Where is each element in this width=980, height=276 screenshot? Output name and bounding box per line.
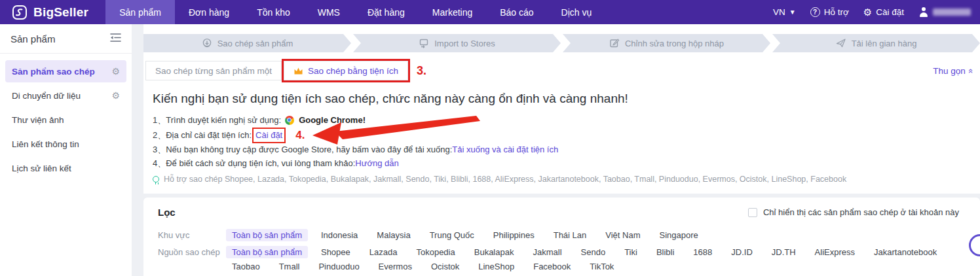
tabs-row: Sao chép từng sản phẩm một Sao chép bằng… — [145, 61, 973, 80]
sidebar-item[interactable]: Sản phẩm sao chép ⚙ — [5, 60, 126, 82]
source-option[interactable]: Evermos — [373, 260, 418, 273]
tab-copy-by-extension[interactable]: Sao chép bằng tiện ích — [284, 61, 408, 80]
account-only-label: Chỉ hiển thị các sản phẩm sao chép ở tài… — [763, 207, 959, 217]
line1-text: 1、Trình duyệt kiến nghị sử dụng: — [153, 114, 281, 128]
region-option[interactable]: Trung Quốc — [424, 229, 480, 241]
account-only-checkbox[interactable] — [748, 208, 757, 217]
region-options: Toàn bộ sản phẩmIndonesiaMalaysiaTrung Q… — [226, 229, 704, 241]
extension-crown-icon — [293, 67, 303, 75]
nav-item-label: Đặt hàng — [368, 7, 405, 18]
filter-panel: Lọc Chỉ hiển thị các sản phẩm sao chép ở… — [143, 198, 980, 276]
download-extension-link[interactable]: Tải xuống và cài đặt tiện ích — [452, 143, 558, 157]
intro-line-1: 1、Trình duyệt kiến nghị sử dụng: Google … — [153, 114, 980, 128]
gear-icon[interactable]: ⚙ — [111, 90, 120, 101]
main-content: Sao chép sản phẩm Import to Stores Chỉnh… — [143, 24, 980, 276]
source-option[interactable]: Taobao — [226, 260, 266, 273]
step-import-stores[interactable]: Import to Stores — [353, 34, 561, 52]
edit-draft-icon — [609, 38, 620, 48]
region-option[interactable]: Malaysia — [371, 229, 416, 241]
annotation-step-4: 4. — [295, 129, 305, 143]
source-option[interactable]: JD.ID — [725, 246, 759, 258]
gear-icon[interactable]: ⚙ — [111, 66, 120, 77]
account-only-checkbox-row: Chỉ hiển thị các sản phẩm sao chép ở tài… — [748, 207, 959, 217]
step-upload-store[interactable]: Tải lên gian hàng — [772, 34, 980, 52]
source-filter-label: Nguồn sao chép — [158, 246, 226, 257]
step-label: Sao chép sản phẩm — [217, 39, 293, 48]
source-option[interactable]: Pinduoduo — [312, 260, 365, 273]
sidebar-item-label: Lịch sử liên kết — [12, 164, 71, 173]
source-option[interactable]: Shopee — [315, 246, 356, 258]
nav-item[interactable]: Đơn hàng — [175, 0, 243, 24]
source-option[interactable]: Lazada — [364, 246, 404, 258]
sidebar-item[interactable]: Liên kết thông tin ⚙ — [5, 133, 126, 155]
sidebar: Sản phẩm Sản phẩm sao chép ⚙ Di chuyển d… — [0, 24, 132, 276]
region-filter-label: Khu vực — [158, 229, 226, 240]
source-option[interactable]: Jakmall — [527, 246, 567, 258]
collapse-panel-link[interactable]: Thu gọn « — [933, 66, 973, 76]
sidebar-header: Sản phẩm — [0, 24, 132, 54]
nav-item-label: Đơn hàng — [189, 7, 229, 18]
step-label: Tải lên gian hàng — [852, 39, 917, 48]
source-option[interactable]: Sendo — [575, 246, 612, 258]
intro-line-4: 4、Để biết cách sử dụng tiện ích, vui lòn… — [153, 157, 980, 171]
nav-item[interactable]: Sản phẩm — [105, 0, 175, 24]
account-menu[interactable] — [918, 7, 971, 17]
sidebar-item[interactable]: Thư viện ảnh ⚙ — [5, 109, 126, 131]
source-option[interactable]: Blibli — [650, 246, 680, 258]
annotation-box-install: Cài đặt — [252, 128, 286, 144]
gear-icon: ⚙ — [863, 7, 872, 17]
source-options: Toàn bộ sản phẩmShopeeLazadaTokopediaBuk… — [226, 246, 956, 273]
double-chevron-up-icon: « — [966, 68, 976, 73]
source-option[interactable]: AliExpress — [809, 246, 861, 258]
sidebar-item-label: Di chuyển dữ liệu — [12, 91, 81, 101]
sidebar-item[interactable]: Lịch sử liên kết ⚙ — [5, 157, 126, 179]
source-option[interactable]: Bukalapak — [468, 246, 520, 258]
line3-text: 3、Nếu bạn không truy cập được Google Sto… — [153, 143, 452, 157]
source-option[interactable]: Tiki — [618, 246, 643, 258]
source-option[interactable]: Tokopedia — [410, 246, 461, 258]
sidebar-title: Sản phẩm — [10, 33, 55, 44]
source-option[interactable]: Tmall — [273, 260, 306, 273]
nav-item[interactable]: Đặt hàng — [354, 0, 419, 24]
help-label: Hỗ trợ — [824, 7, 849, 17]
help-button[interactable]: ? Hỗ trợ — [810, 7, 849, 17]
navbar-right: VN ▼ ? Hỗ trợ ⚙ Cài đặt — [773, 0, 980, 24]
tab-copy-one-by-one[interactable]: Sao chép từng sản phẩm một — [145, 61, 282, 80]
help-icon: ? — [810, 7, 820, 17]
region-option[interactable]: Philippines — [487, 229, 540, 241]
language-selector[interactable]: VN ▼ — [773, 7, 796, 17]
source-option[interactable]: JD.TH — [766, 246, 802, 258]
install-extension-link[interactable]: Cài đặt — [255, 130, 282, 140]
brand[interactable]: BigSeller — [0, 0, 105, 24]
chevron-down-icon: ▼ — [789, 9, 796, 16]
region-option[interactable]: Thái Lan — [548, 229, 593, 241]
nav-item[interactable]: Dịch vụ — [548, 0, 606, 24]
collapse-sidebar-icon[interactable] — [110, 33, 121, 44]
guide-link[interactable]: Hướng dẫn — [355, 157, 398, 171]
region-option[interactable]: Việt Nam — [599, 229, 646, 241]
nav-item-label: Báo cáo — [500, 7, 533, 18]
source-option[interactable]: LineShop — [472, 260, 520, 273]
source-option[interactable]: Ocistok — [425, 260, 465, 273]
line2-text: 2、Địa chỉ cài đặt tiện ích: — [153, 129, 252, 143]
region-option[interactable]: Singapore — [654, 229, 704, 241]
step-copy-product[interactable]: Sao chép sản phẩm — [143, 34, 351, 52]
settings-button[interactable]: ⚙ Cài đặt — [863, 7, 904, 17]
step-edit-draft[interactable]: Chỉnh sửa trong hộp nháp — [563, 34, 770, 52]
source-option[interactable]: Jakartanotebook — [868, 246, 943, 258]
nav-item-label: Sản phẩm — [119, 7, 161, 18]
source-option[interactable]: 1688 — [687, 246, 718, 258]
bigseller-logo-icon — [12, 5, 28, 20]
source-option[interactable]: TikTok — [584, 260, 620, 273]
region-option[interactable]: Indonesia — [315, 229, 364, 241]
nav-item[interactable]: WMS — [304, 0, 354, 24]
sidebar-item-label: Liên kết thông tin — [12, 139, 79, 149]
sidebar-item[interactable]: Di chuyển dữ liệu ⚙ — [5, 84, 126, 107]
source-option[interactable]: Toàn bộ sản phẩm — [226, 246, 308, 258]
nav-item[interactable]: Báo cáo — [486, 0, 547, 24]
source-option[interactable]: Facebook — [527, 260, 576, 273]
nav-item[interactable]: Tồn kho — [243, 0, 304, 24]
region-option[interactable]: Toàn bộ sản phẩm — [226, 229, 308, 241]
nav-item[interactable]: Marketing — [419, 0, 486, 24]
language-label: VN — [773, 7, 785, 17]
